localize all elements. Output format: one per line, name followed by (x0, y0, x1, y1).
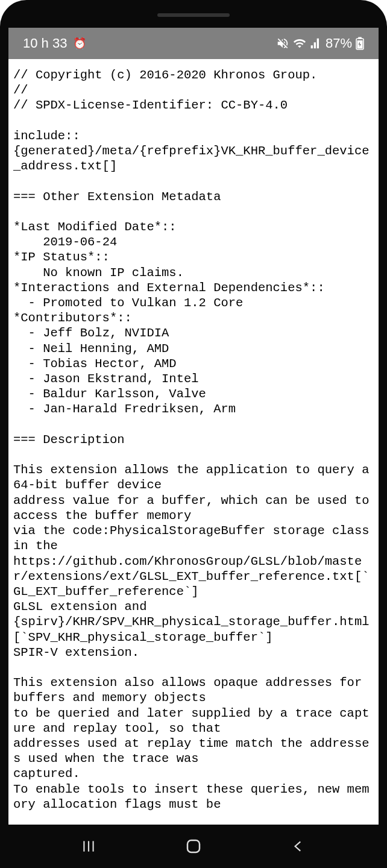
desc-text: captured. (13, 767, 80, 781)
back-button[interactable] (280, 834, 316, 858)
section-header-metadata: === Other Extension Metadata (13, 190, 221, 204)
status-bar[interactable]: 10 h 33 ⏰ 87% (8, 28, 379, 59)
desc-text: This extension also allows opaque addres… (13, 676, 370, 705)
navigation-bar (0, 825, 387, 868)
contributor-item: - Jason Ekstrand, Intel (13, 372, 199, 386)
desc-text: This extension allows the application to… (13, 463, 377, 492)
contributor-item: - Tobias Hector, AMD (13, 357, 177, 371)
signal-icon (310, 37, 322, 49)
status-time: 10 h 33 (23, 36, 67, 51)
status-left: 10 h 33 ⏰ (23, 36, 86, 51)
mute-icon (276, 37, 289, 50)
screen: 10 h 33 ⏰ 87% // Copyright (c) 2016-2020… (8, 28, 379, 825)
status-right: 87% (276, 36, 364, 51)
desc-text: SPIR-V extension. (13, 646, 139, 659)
svg-rect-6 (187, 840, 200, 852)
desc-text: https://github.com/KhronosGroup/GLSL/blo… (13, 555, 370, 599)
contributors-label: *Contributors*:: (13, 311, 132, 325)
battery-percentage: 87% (326, 36, 352, 51)
recent-apps-button[interactable] (71, 834, 107, 858)
last-modified-label: *Last Modified Date*:: (13, 220, 177, 234)
contributor-item: - Jeff Bolz, NVIDIA (13, 326, 169, 340)
wifi-icon (293, 37, 306, 50)
copyright-line: // Copyright (c) 2016-2020 Khronos Group… (13, 68, 317, 82)
desc-text: GLSL extension and (13, 600, 146, 614)
contributor-item: - Jan-Harald Fredriksen, Arm (13, 402, 236, 416)
include-keyword: include:: (13, 129, 80, 143)
ip-status-label: *IP Status*:: (13, 250, 110, 264)
battery-icon (356, 37, 364, 50)
license-line: // SPDX-License-Identifier: CC-BY-4.0 (13, 98, 288, 112)
desc-text: To enable tools to insert these queries,… (13, 782, 370, 811)
last-modified-value: 2019-06-24 (13, 235, 117, 249)
ip-status-value: No known IP claims. (13, 266, 184, 280)
contributor-item: - Neil Henning, AMD (13, 342, 169, 356)
interactions-value: - Promoted to Vulkan 1.2 Core (13, 296, 243, 310)
svg-rect-1 (358, 37, 362, 39)
home-button[interactable] (175, 834, 212, 858)
contributor-item: - Baldur Karlsson, Valve (13, 387, 206, 401)
interactions-label: *Interactions and External Dependencies*… (13, 281, 325, 295)
desc-text: address value for a buffer, which can be… (13, 494, 377, 523)
desc-text: {spirv}/KHR/SPV_KHR_physical_storage_buf… (13, 615, 370, 644)
section-header-description: === Description (13, 433, 125, 447)
desc-text: addresses used at replay time match the … (13, 737, 370, 766)
alarm-icon: ⏰ (73, 37, 86, 50)
comment-line: // (13, 83, 28, 97)
document-viewer[interactable]: // Copyright (c) 2016-2020 Khronos Group… (8, 59, 379, 825)
include-path: {generated}/meta/{refprefix}VK_KHR_buffe… (13, 144, 370, 173)
phone-speaker (157, 13, 230, 17)
desc-text: via the code:PhysicalStorageBuffer stora… (13, 524, 377, 553)
desc-text: to be queried and later supplied by a tr… (13, 706, 370, 735)
